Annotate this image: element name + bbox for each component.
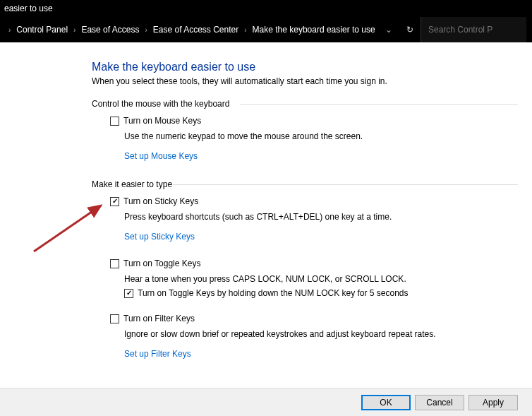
section-type-label: Make it easier to type (92, 179, 532, 189)
toggle-keys-checkbox[interactable] (110, 259, 119, 268)
ok-button[interactable]: OK (361, 395, 411, 410)
cancel-button[interactable]: Cancel (415, 395, 464, 410)
chevron-right-icon: › (145, 26, 147, 34)
toggle-keys-label: Turn on Toggle Keys (123, 258, 200, 268)
sticky-keys-label: Turn on Sticky Keys (123, 196, 198, 206)
setup-filter-keys-link[interactable]: Set up Filter Keys (124, 349, 191, 359)
crumb-ease-of-access-center[interactable]: Ease of Access Center (153, 25, 238, 35)
crumb-control-panel[interactable]: Control Panel (16, 25, 68, 35)
chevron-right-icon: › (73, 26, 75, 34)
mouse-keys-desc: Use the numeric keypad to move the mouse… (124, 131, 532, 141)
toggle-keys-hold-checkbox[interactable] (124, 289, 133, 298)
section-mouse-label: Control the mouse with the keyboard (92, 99, 532, 109)
crumb-ease-of-access[interactable]: Ease of Access (81, 25, 139, 35)
chevron-down-icon[interactable]: ⌄ (378, 25, 399, 35)
filter-keys-desc: Ignore or slow down brief or repeated ke… (124, 329, 532, 339)
window-title-text: easier to use (4, 4, 53, 13)
navbar: › Control Panel › Ease of Access › Ease … (0, 17, 532, 42)
crumb-current[interactable]: Make the keyboard easier to use (253, 25, 375, 35)
mouse-keys-checkbox[interactable] (110, 117, 119, 126)
setup-mouse-keys-link[interactable]: Set up Mouse Keys (124, 151, 198, 161)
search-wrap (421, 17, 526, 42)
section-mouse: Turn on Mouse Keys Use the numeric keypa… (92, 110, 532, 167)
sticky-keys-checkbox[interactable] (110, 197, 119, 206)
search-input[interactable] (428, 25, 519, 35)
toggle-keys-desc: Hear a tone when you press CAPS LOCK, NU… (124, 274, 532, 284)
toggle-keys-hold-label: Turn on Toggle Keys by holding down the … (138, 288, 409, 298)
section-type: Turn on Sticky Keys Press keyboard short… (92, 191, 532, 364)
filter-keys-label: Turn on Filter Keys (123, 314, 195, 323)
apply-button[interactable]: Apply (468, 395, 518, 410)
footer: OK Cancel Apply (0, 388, 532, 416)
page-subtitle: When you select these tools, they will a… (92, 76, 532, 86)
mouse-keys-label: Turn on Mouse Keys (123, 116, 201, 126)
refresh-icon[interactable]: ↻ (399, 25, 421, 35)
filter-keys-checkbox[interactable] (110, 314, 119, 323)
chevron-right-icon: › (244, 26, 246, 34)
breadcrumb: › Control Panel › Ease of Access › Ease … (6, 25, 378, 35)
setup-sticky-keys-link[interactable]: Set up Sticky Keys (124, 232, 195, 242)
window-title: easier to use (0, 0, 532, 17)
content: Make the keyboard easier to use When you… (0, 42, 532, 364)
sticky-keys-desc: Press keyboard shortcuts (such as CTRL+A… (124, 212, 532, 222)
page-title: Make the keyboard easier to use (92, 61, 532, 73)
chevron-right-icon: › (8, 26, 11, 34)
